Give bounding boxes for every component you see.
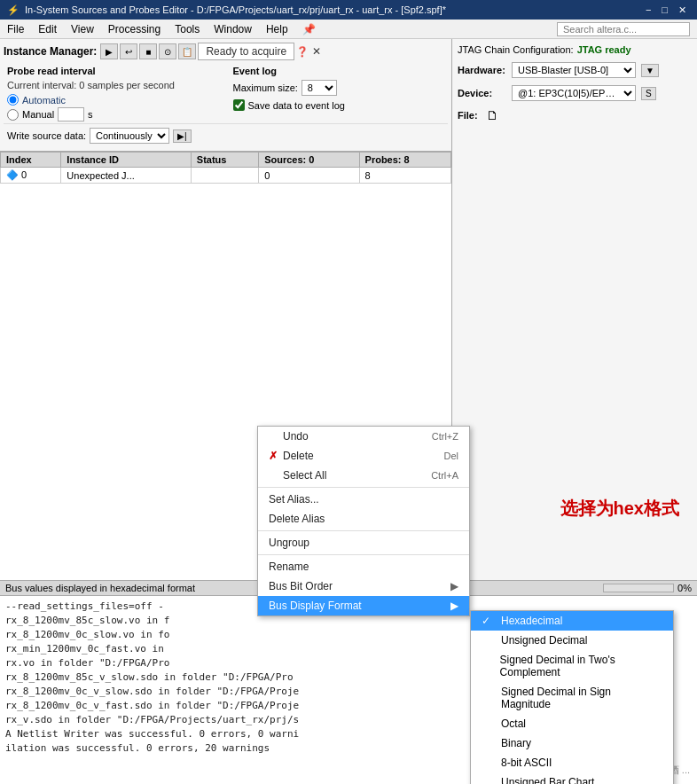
menu-processing[interactable]: Processing [101, 21, 168, 37]
col-index: Index [1, 153, 61, 168]
col-instance-id: Instance ID [61, 153, 191, 168]
jtag-device-row: Device: @1: EP3C(10|5)/EP4CE(10 ▼ S [458, 85, 692, 101]
title-bar: ⚡ In-System Sources and Probes Editor - … [0, 0, 697, 20]
ctx-bus-display-format[interactable]: Bus Display Format ▶ [258, 596, 469, 615]
menu-window[interactable]: Window [207, 21, 259, 37]
ctx-bus-bit-order-arrow: ▶ [450, 580, 458, 592]
hex-checkmark: ✓ [482, 615, 496, 627]
annotation2-text: 选择为hex格式 [560, 497, 679, 521]
submenu-signed-twos[interactable]: Signed Decimal in Two's Complement [471, 650, 673, 682]
ctx-rename[interactable]: Rename [258, 557, 469, 576]
submenu-hexadecimal[interactable]: ✓ Hexadecimal [471, 611, 673, 631]
jtag-device-dropdown[interactable]: S [641, 87, 656, 100]
submenu-octal[interactable]: Octal [471, 714, 673, 733]
menu-edit[interactable]: Edit [31, 21, 64, 37]
title-bar-close[interactable]: ✕ [675, 4, 690, 16]
jtag-title-label: JTAG Chain Configuration: [458, 44, 574, 55]
submenu-unsigned-decimal[interactable]: Unsigned Decimal [471, 631, 673, 650]
manual-radio-input[interactable] [7, 109, 19, 121]
submenu-unsigned-dec-label: Unsigned Decimal [501, 634, 587, 647]
menu-tools[interactable]: Tools [168, 21, 207, 37]
write-source-select[interactable]: Continuously [90, 128, 169, 144]
title-bar-minimize[interactable]: − [642, 4, 654, 16]
ctx-bus-bit-order[interactable]: Bus Bit Order ▶ [258, 576, 469, 596]
jtag-device-select[interactable]: @1: EP3C(10|5)/EP4CE(10 ▼ [512, 85, 636, 101]
menu-file[interactable]: File [0, 21, 31, 37]
col-status: Status [191, 153, 258, 168]
write-source-row: Write source data: Continuously ▶| [4, 123, 448, 147]
submenu-bar-chart[interactable]: Unsigned Bar Chart [471, 772, 673, 784]
jtag-hardware-row: Hardware: USB-Blaster [USB-0] ▼ [458, 62, 692, 78]
ctx-undo[interactable]: Undo Ctrl+Z [258, 427, 469, 446]
progress-bar-container [603, 584, 674, 592]
menu-pin[interactable]: 📌 [295, 21, 323, 37]
submenu-ascii-label: 8-bit ASCII [501, 757, 552, 769]
table-row[interactable]: 🔷 0 Unexpected J... 0 8 [1, 168, 451, 184]
ctx-delete-alias[interactable]: Delete Alias [258, 509, 469, 529]
jtag-file-icon-btn[interactable]: 🗋 [486, 108, 498, 122]
im-btn-4[interactable]: 📋 [178, 43, 196, 59]
jtag-hardware-label: Hardware: [458, 65, 506, 75]
ready-badge: Ready to acquire [198, 43, 294, 60]
ctx-select-all[interactable]: Select All Ctrl+A [258, 466, 469, 485]
instance-manager-header: Instance Manager: ▶ ↩ ■ ⊙ 📋 Ready to acq… [4, 43, 448, 60]
search-input[interactable] [557, 22, 690, 36]
im-close-btn[interactable]: ✕ [312, 45, 321, 58]
probe-read-title: Probe read interval [7, 66, 219, 76]
jtag-hardware-select[interactable]: USB-Blaster [USB-0] [512, 62, 636, 78]
ctx-bus-display-format-label: Bus Display Format [269, 600, 362, 612]
write-source-btn[interactable]: ▶| [173, 129, 192, 143]
automatic-radio[interactable]: Automatic [7, 94, 219, 106]
col-sources: Sources: 0 [259, 153, 359, 168]
im-btn-stop[interactable]: ■ [139, 43, 157, 59]
manual-value-input[interactable]: 1 [58, 107, 84, 122]
row-instance-id: Unexpected J... [61, 168, 191, 184]
probe-section: Probe read interval Current interval: 0 … [4, 66, 448, 123]
title-bar-maximize[interactable]: □ [658, 4, 671, 16]
instance-manager: Instance Manager: ▶ ↩ ■ ⊙ 📋 Ready to acq… [0, 39, 451, 152]
instance-table-header: Index Instance ID Status Sources: 0 Prob… [1, 153, 451, 168]
ctx-bus-display-format-arrow: ▶ [450, 600, 458, 612]
menu-help[interactable]: Help [259, 21, 295, 37]
im-btn-2[interactable]: ↩ [120, 43, 137, 59]
submenu-binary[interactable]: Binary [471, 733, 673, 753]
ctx-delete[interactable]: ✗Delete Del [258, 446, 469, 466]
submenu-ascii[interactable]: 8-bit ASCII [471, 753, 673, 772]
im-help-btn[interactable]: ❓ [296, 46, 309, 58]
automatic-radio-input[interactable] [7, 94, 19, 106]
submenu-binary-label: Binary [501, 737, 531, 749]
ctx-undo-label: Undo [283, 430, 309, 443]
save-data-checkbox[interactable] [233, 99, 245, 111]
ctx-sep-3 [258, 554, 469, 555]
jtag-hardware-dropdown[interactable]: ▼ [641, 64, 659, 77]
ctx-ungroup[interactable]: Ungroup [258, 533, 469, 553]
ctx-ungroup-label: Ungroup [269, 537, 309, 549]
event-log-title: Event log [233, 66, 445, 76]
write-source-label: Write source data: [7, 130, 86, 141]
ctx-sep-2 [258, 530, 469, 531]
ctx-rename-label: Rename [269, 561, 309, 573]
ctx-select-all-label: Select All [283, 469, 326, 482]
context-menu: Undo Ctrl+Z ✗Delete Del Select All Ctrl+… [257, 426, 470, 616]
jtag-title: JTAG Chain Configuration: JTAG ready [458, 44, 692, 55]
ctx-set-alias[interactable]: Set Alias... [258, 490, 469, 509]
max-size-select[interactable]: 8 [302, 80, 337, 96]
ctx-set-alias-label: Set Alias... [269, 493, 319, 506]
menu-view[interactable]: View [64, 21, 101, 37]
ctx-bus-bit-order-label: Bus Bit Order [269, 580, 333, 592]
bus-display-format-submenu: ✓ Hexadecimal Unsigned Decimal Signed De… [470, 610, 674, 784]
save-data-label: Save data to event log [248, 100, 345, 111]
event-log: Event log Maximum size: 8 Save data to e… [233, 66, 445, 123]
instance-manager-label: Instance Manager: [4, 45, 97, 58]
manual-radio[interactable]: Manual 1 s [7, 107, 219, 122]
im-btn-1[interactable]: ▶ [100, 43, 118, 59]
submenu-signed-sign[interactable]: Signed Decimal in Sign Magnitude [471, 682, 673, 714]
submenu-signed-sign-label: Signed Decimal in Sign Magnitude [501, 686, 662, 710]
im-btn-3[interactable]: ⊙ [159, 43, 176, 59]
row-probes: 8 [359, 168, 450, 184]
manual-unit: s [88, 109, 93, 120]
title-bar-icon: ⚡ [7, 4, 20, 16]
jtag-file-row: File: 🗋 [458, 108, 692, 122]
submenu-signed-twos-label: Signed Decimal in Two's Complement [500, 654, 662, 678]
instance-table: Index Instance ID Status Sources: 0 Prob… [0, 152, 451, 184]
